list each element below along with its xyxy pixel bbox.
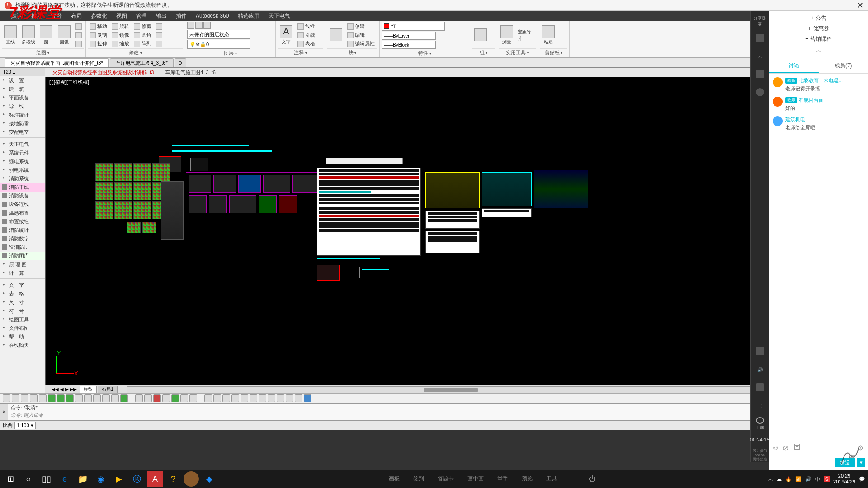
side-fire-num[interactable]: 消防数字: [0, 235, 45, 243]
tool-icon[interactable]: [189, 394, 197, 402]
draw-small-2[interactable]: [74, 31, 84, 39]
preview-button[interactable]: 预览: [522, 475, 533, 483]
circle-button[interactable]: 圆: [38, 22, 55, 48]
side-settings[interactable]: 设 置: [0, 76, 45, 85]
doc-tab-2[interactable]: 车库电气施工图4_3_t6*: [110, 58, 174, 67]
side-weak[interactable]: 弱电系统: [0, 166, 45, 174]
measure-button[interactable]: 测量: [499, 22, 515, 48]
side-btn-layout[interactable]: 布置按钮: [0, 217, 45, 226]
side-text[interactable]: 文 字: [0, 281, 45, 290]
block-edit-button[interactable]: 编辑: [345, 31, 377, 39]
discuss-tab[interactable]: 讨论: [769, 59, 819, 73]
mirror-button[interactable]: 镜像: [110, 31, 131, 39]
line-button[interactable]: 直线: [2, 22, 19, 48]
layout1-tab[interactable]: 布局1: [98, 386, 118, 393]
dist-button[interactable]: 定距等分: [516, 31, 536, 39]
tool-icon[interactable]: [102, 394, 110, 402]
app-icon[interactable]: ▶: [111, 471, 127, 487]
file-tab-2[interactable]: 车库电气施工图4_3_t6: [162, 69, 219, 76]
tools-button[interactable]: 工具: [546, 475, 557, 483]
menu-output[interactable]: 输出: [151, 12, 171, 20]
tool-icon[interactable]: [259, 394, 266, 402]
checkin-button[interactable]: 签到: [413, 475, 424, 483]
fullscreen-button[interactable]: ⛶: [753, 399, 767, 413]
fillet-button[interactable]: 圆角: [132, 31, 153, 39]
tool-icon[interactable]: [144, 394, 152, 402]
side-sys-comp[interactable]: 系统元件: [0, 149, 45, 157]
menu-parametric[interactable]: 参数化: [86, 12, 112, 20]
quiz-button[interactable]: 答题卡: [438, 475, 454, 483]
command-input[interactable]: 命令: *取消* 命令: 键入命令: [8, 404, 868, 420]
side-fire[interactable]: 消防系统: [0, 174, 45, 183]
tool-icon[interactable]: [135, 394, 143, 402]
add-course-button[interactable]: 营销课程: [773, 35, 864, 43]
doc-tab-new[interactable]: ⊕: [175, 58, 186, 67]
model-tab[interactable]: 模型: [80, 386, 97, 393]
paste-button[interactable]: 粘贴: [540, 22, 557, 48]
class-end-button[interactable]: 下课: [753, 417, 767, 431]
side-plan-dev[interactable]: 平面设备: [0, 94, 45, 102]
volume-icon[interactable]: 🔊: [805, 476, 811, 482]
tool-icon[interactable]: [48, 394, 56, 402]
side-fire-floor[interactable]: 造消防层: [0, 243, 45, 252]
tool-icon[interactable]: [222, 394, 230, 402]
tool-icon[interactable]: [39, 394, 47, 402]
mod-x2[interactable]: [154, 31, 164, 39]
color-combo[interactable]: 红: [382, 22, 445, 31]
array-button[interactable]: 阵列: [132, 40, 153, 48]
menu-layout[interactable]: 布局: [66, 12, 86, 20]
side-distrib[interactable]: 变配电室: [0, 128, 45, 136]
side-arch[interactable]: 建 筑: [0, 85, 45, 94]
lineweight-combo[interactable]: —— ByBlock: [382, 41, 436, 49]
arc-button[interactable]: 圆弧: [56, 22, 73, 48]
tool-icon[interactable]: [12, 394, 19, 402]
layer-current-combo[interactable]: 💡❄🔒 0: [187, 40, 250, 49]
taskview-button[interactable]: ▯▯: [39, 471, 54, 487]
group-button[interactable]: [472, 22, 489, 48]
copy-button[interactable]: 复制: [88, 31, 109, 39]
tool-icon[interactable]: [93, 394, 101, 402]
mod-x3[interactable]: [154, 40, 164, 48]
move-button[interactable]: 移动: [88, 23, 109, 31]
camera-button[interactable]: [753, 86, 767, 99]
linear-dim-button[interactable]: 线性: [296, 23, 317, 31]
tray-icon[interactable]: 🔥: [785, 476, 792, 482]
wifi-icon[interactable]: 📶: [795, 476, 802, 482]
block-attr-button[interactable]: 编辑属性: [345, 40, 377, 48]
side-table[interactable]: 表 格: [0, 290, 45, 298]
tool-icon[interactable]: [84, 394, 92, 402]
tool-icon[interactable]: [295, 394, 302, 402]
side-draw-tool[interactable]: 绘图工具: [0, 315, 45, 324]
menu-plugin[interactable]: 插件: [171, 12, 191, 20]
side-principle[interactable]: 原 理 图: [0, 260, 45, 269]
emoji-button[interactable]: ☺: [772, 444, 780, 452]
expand-up-button[interactable]: ︿: [753, 50, 767, 63]
menu-a360[interactable]: Autodesk 360: [191, 13, 233, 19]
tool-icon[interactable]: [231, 394, 239, 402]
side-tz-elec[interactable]: 天正电气: [0, 140, 45, 149]
side-fire-stat[interactable]: 消防统计: [0, 226, 45, 235]
tray-expand[interactable]: ︿: [768, 476, 773, 483]
text-button[interactable]: A文字: [278, 22, 295, 48]
app-icon[interactable]: ◉: [93, 471, 108, 487]
side-label-stat[interactable]: 标注统计: [0, 111, 45, 119]
share-screen-button[interactable]: 分享屏幕: [753, 14, 767, 27]
autocad-app[interactable]: A: [147, 471, 163, 487]
raisehand-button[interactable]: 举手: [497, 475, 508, 483]
draw-small-1[interactable]: [74, 23, 84, 31]
tool-icon[interactable]: [66, 394, 74, 402]
tool-icon[interactable]: [75, 394, 83, 402]
block-insert-button[interactable]: [327, 22, 344, 48]
scale-button[interactable]: 缩放: [110, 40, 131, 48]
side-ground[interactable]: 接地防雷: [0, 119, 45, 128]
tool-icon[interactable]: [250, 394, 257, 402]
side-dev-conn[interactable]: 设备连线: [0, 200, 45, 209]
tool-icon[interactable]: [277, 394, 284, 402]
side-temp[interactable]: 温感布置: [0, 209, 45, 217]
tool-icon[interactable]: [111, 394, 119, 402]
scale-combo[interactable]: 1:100 ▾: [14, 422, 36, 429]
stretch-button[interactable]: 拉伸: [88, 40, 109, 48]
start-button[interactable]: ⊞: [3, 471, 18, 487]
table-button[interactable]: 表格: [296, 40, 317, 48]
add-announce-button[interactable]: 公告: [773, 14, 864, 22]
